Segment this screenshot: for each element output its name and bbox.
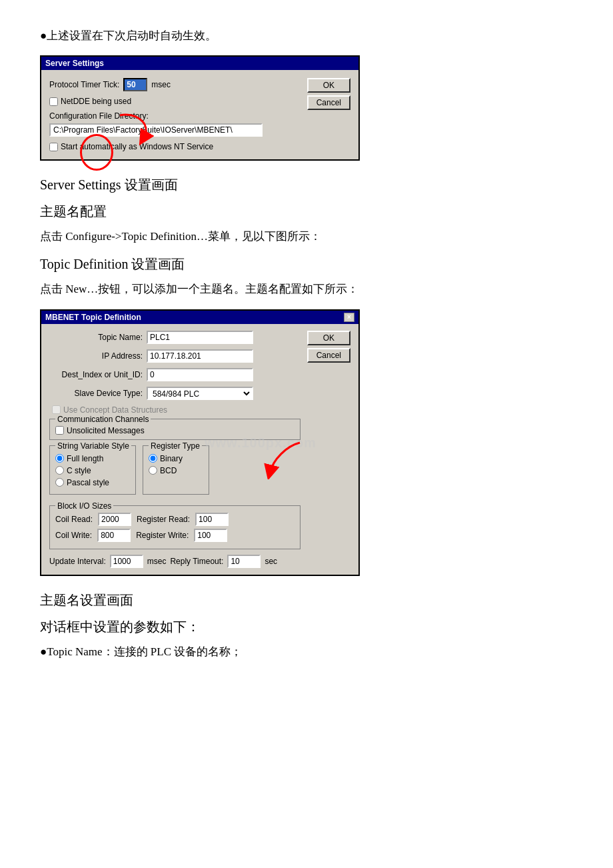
server-settings-container: Server Settings Protocol Timer Tick: mse…: [40, 55, 573, 161]
server-settings-cancel-button[interactable]: Cancel: [307, 95, 350, 110]
mbenet-topic-dialog: MBENET Topic Definition × www.100px.com …: [40, 309, 360, 576]
protocol-timer-label: Protocol Timer Tick:: [49, 80, 119, 89]
mbenet-buttons: OK Cancel: [307, 331, 350, 568]
unsolicited-label: Unsolicited Messages: [67, 426, 145, 435]
update-interval-input[interactable]: [110, 555, 143, 568]
full-length-radio[interactable]: [55, 454, 64, 463]
ip-address-row: IP Address:: [49, 349, 301, 363]
server-settings-body: Protocol Timer Tick: msec NetDDE being u…: [41, 70, 358, 159]
mbenet-title: MBENET Topic Definition: [45, 313, 141, 322]
unsolicited-checkbox[interactable]: [55, 426, 64, 435]
coil-read-row: Coil Read: Register Read:: [55, 513, 295, 526]
c-style-row: C style: [55, 466, 130, 475]
pascal-style-label: Pascal style: [67, 478, 109, 487]
server-settings-main: Protocol Timer Tick: msec NetDDE being u…: [49, 78, 299, 151]
binary-label: Binary: [160, 454, 183, 463]
mbenet-cancel-button[interactable]: Cancel: [307, 348, 350, 363]
coil-read-label: Coil Read:: [55, 515, 93, 524]
mbenet-main: Topic Name: IP Address: Dest_Index or Un…: [49, 331, 301, 568]
mbenet-titlebar: MBENET Topic Definition ×: [41, 311, 358, 324]
bullet-text-1: ●上述设置在下次启动时自动生效。: [40, 27, 573, 45]
use-concept-checkbox: [52, 405, 61, 414]
slave-device-row: Slave Device Type: 584/984 PLC: [49, 387, 301, 400]
server-settings-title: Server Settings: [45, 59, 104, 68]
c-style-radio[interactable]: [55, 466, 64, 475]
c-style-label: C style: [67, 466, 91, 475]
update-interval-label: Update Interval:: [49, 557, 106, 566]
server-settings-buttons: OK Cancel: [307, 78, 350, 151]
dest-index-row: Dest_Index or Unit_ID:: [49, 368, 301, 381]
ip-address-label: IP Address:: [49, 351, 143, 361]
binary-radio[interactable]: [149, 454, 157, 463]
protocol-timer-row: Protocol Timer Tick: msec: [49, 78, 299, 91]
dest-index-input[interactable]: [147, 368, 253, 381]
ip-address-input[interactable]: [147, 349, 253, 363]
topic-name-label: Topic Name:: [49, 333, 143, 342]
full-length-label: Full length: [67, 454, 103, 463]
mbenet-dialog-container: MBENET Topic Definition × www.100px.com …: [40, 309, 573, 576]
start-service-row: Start automatically as Windows NT Servic…: [49, 142, 299, 151]
mbenet-close-button[interactable]: ×: [344, 313, 354, 322]
netdde-row: NetDDE being used: [49, 97, 299, 106]
text-new-button: 点击 New…按钮，可以添加一个主题名。主题名配置如下所示：: [40, 280, 573, 298]
config-dir-label: Configuration File Directory:: [49, 111, 149, 121]
reply-timeout-label: Reply Timeout:: [170, 557, 223, 566]
topic-name-row: Topic Name:: [49, 331, 301, 344]
coil-write-row: Coil Write: Register Write:: [55, 529, 295, 542]
full-length-row: Full length: [55, 454, 130, 463]
register-write-input[interactable]: [194, 529, 227, 542]
register-read-input[interactable]: [195, 513, 229, 526]
bullet-text-2: ●Topic Name：连接的 PLC 设备的名称；: [40, 643, 573, 661]
server-settings-wrapper: Server Settings Protocol Timer Tick: mse…: [40, 55, 360, 161]
mbenet-dialog-wrapper: MBENET Topic Definition × www.100px.com …: [40, 309, 360, 576]
heading-server-settings: Server Settings 设置画面: [40, 174, 573, 195]
reply-timeout-unit: sec: [265, 557, 277, 566]
server-settings-titlebar: Server Settings: [41, 57, 358, 70]
string-register-row: String Variable Style Full length C styl…: [49, 445, 301, 500]
update-row: Update Interval: msec Reply Timeout: sec: [49, 555, 301, 568]
topic-name-input[interactable]: [147, 331, 253, 344]
string-style-options: Full length C style Pascal style: [55, 454, 130, 487]
config-dir-input[interactable]: [49, 123, 263, 137]
coil-write-label: Coil Write:: [55, 531, 92, 540]
netdde-checkbox[interactable]: [49, 97, 58, 106]
protocol-timer-unit: msec: [151, 80, 171, 89]
block-io-group: Block I/O Sizes Coil Read: Register Read…: [49, 505, 301, 549]
protocol-timer-input[interactable]: [123, 78, 147, 91]
string-style-title: String Variable Style: [55, 441, 131, 451]
register-read-label: Register Read:: [137, 515, 190, 524]
binary-row: Binary: [149, 454, 203, 463]
reply-timeout-input[interactable]: [227, 555, 261, 568]
slave-device-select[interactable]: 584/984 PLC: [147, 387, 253, 400]
mbenet-ok-button[interactable]: OK: [307, 331, 350, 345]
server-settings-dialog: Server Settings Protocol Timer Tick: mse…: [40, 55, 360, 161]
register-write-label: Register Write:: [136, 531, 189, 540]
comm-channels-group: Communication Channels Unsolicited Messa…: [49, 419, 301, 440]
block-io-title: Block I/O Sizes: [55, 501, 113, 511]
pascal-style-radio[interactable]: [55, 478, 64, 487]
server-settings-ok-button[interactable]: OK: [307, 78, 350, 93]
register-type-title: Register Type: [149, 441, 202, 451]
heading-topic-def: Topic Definition 设置画面: [40, 253, 573, 275]
bcd-radio[interactable]: [149, 466, 157, 475]
bcd-row: BCD: [149, 466, 203, 475]
dest-index-label: Dest_Index or Unit_ID:: [49, 370, 143, 379]
slave-device-label: Slave Device Type:: [49, 389, 143, 398]
use-concept-label: Use Concept Data Structures: [63, 405, 167, 415]
comm-channels-title: Communication Channels: [55, 415, 151, 424]
coil-read-input[interactable]: [98, 513, 131, 526]
comm-channels-inner: Unsolicited Messages: [55, 426, 295, 435]
mbenet-body: Topic Name: IP Address: Dest_Index or Un…: [41, 324, 358, 575]
register-type-options: Binary BCD: [149, 454, 203, 475]
coil-write-input[interactable]: [97, 529, 131, 542]
unsolicited-row: Unsolicited Messages: [55, 426, 295, 435]
heading-topic-settings-screen: 主题名设置画面: [40, 589, 573, 611]
update-interval-unit: msec: [147, 557, 167, 566]
bcd-label: BCD: [160, 466, 177, 475]
use-concept-row: Use Concept Data Structures: [49, 405, 301, 415]
heading-topic-config: 主题名配置: [40, 201, 573, 222]
pascal-style-row: Pascal style: [55, 478, 130, 487]
heading-dialog-params: 对话框中设置的参数如下：: [40, 616, 573, 637]
start-service-checkbox[interactable]: [49, 143, 58, 151]
block-io-inner: Coil Read: Register Read: Coil Write: Re…: [55, 513, 295, 542]
